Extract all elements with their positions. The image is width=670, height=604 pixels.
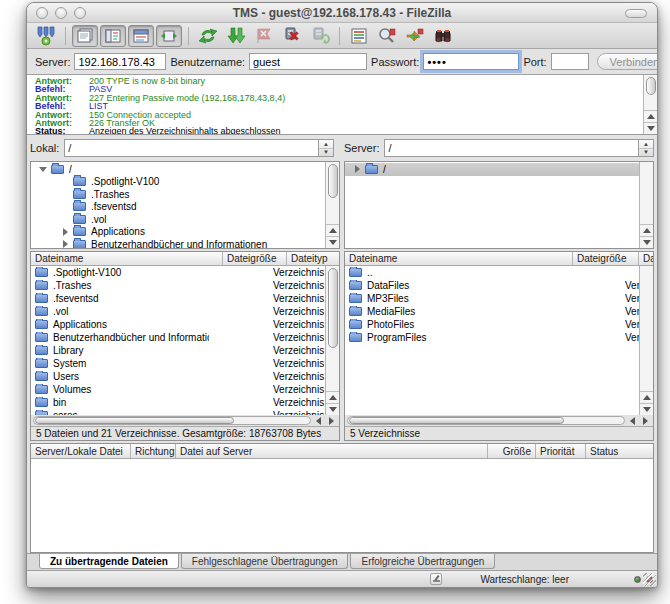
file-type-cell: Verzeichnis xyxy=(273,306,325,317)
toolbar-separator xyxy=(65,27,66,45)
local-list-scrollbar-thumb[interactable] xyxy=(328,268,338,348)
file-row[interactable]: SystemVerzeichnis xyxy=(31,357,325,370)
remote-list-hscrollbar[interactable] xyxy=(345,415,653,426)
local-list-hscrollbar[interactable] xyxy=(31,415,339,426)
file-row[interactable]: ProgramFilesVerzeichnis xyxy=(345,331,639,344)
titlebar[interactable]: TMS - guest@192.168.178.43 - FileZilla xyxy=(27,3,657,23)
speed-limit-icon[interactable] xyxy=(430,573,442,585)
file-row[interactable]: MediaFilesVerzeichnis xyxy=(345,305,639,318)
resize-grip[interactable] xyxy=(643,573,656,586)
port-input[interactable] xyxy=(551,53,589,70)
file-row[interactable]: ApplicationsVerzeichnis xyxy=(31,318,325,331)
reconnect-button[interactable] xyxy=(307,25,333,47)
toggle-remote-tree-button[interactable] xyxy=(128,25,154,47)
log-scrollbar[interactable] xyxy=(643,75,657,134)
file-row[interactable]: VolumesVerzeichnis xyxy=(31,383,325,396)
scroll-up-button[interactable] xyxy=(640,224,653,236)
local-tree-scrollbar-thumb[interactable] xyxy=(328,164,338,198)
file-row[interactable]: Benutzerhandbücher und InformationenVerz… xyxy=(31,331,325,344)
tab-inactive[interactable]: Fehlgeschlagene Übertragungen xyxy=(181,554,349,569)
tab-active[interactable]: Zu übertragende Dateien xyxy=(39,554,179,569)
column-header-filetype[interactable]: Dateityp xyxy=(287,252,339,265)
hscroll-track[interactable] xyxy=(347,416,625,425)
directory-comparison-button[interactable] xyxy=(374,25,400,47)
tree-item[interactable]: / xyxy=(345,163,639,176)
scroll-right-button[interactable] xyxy=(640,416,651,425)
file-row[interactable]: .TrashesVerzeichnis xyxy=(31,279,325,292)
file-search-button[interactable] xyxy=(430,25,456,47)
username-input[interactable] xyxy=(249,53,367,70)
scroll-up-button[interactable] xyxy=(644,110,657,122)
hscroll-thumb[interactable] xyxy=(349,417,564,424)
directory-listing-filter-button[interactable] xyxy=(346,25,372,47)
remote-path-stepper[interactable]: ▲ ▼ xyxy=(638,140,653,156)
scroll-down-button[interactable] xyxy=(640,403,653,415)
file-row[interactable]: PhotoFilesVerzeichnis xyxy=(345,318,639,331)
file-row[interactable]: .volVerzeichnis xyxy=(31,305,325,318)
cancel-operation-button[interactable] xyxy=(251,25,277,47)
toggle-message-log-button[interactable] xyxy=(72,25,98,47)
collapse-arrow-icon[interactable] xyxy=(35,167,51,172)
tree-item[interactable]: Benutzerhandbücher und Informationen xyxy=(31,238,325,248)
synchronized-browsing-button[interactable] xyxy=(402,25,428,47)
file-row[interactable]: .fseventsdVerzeichnis xyxy=(31,292,325,305)
tree-item[interactable]: .Trashes xyxy=(31,188,325,201)
tree-item[interactable]: Applications xyxy=(31,226,325,239)
queue-body[interactable] xyxy=(31,459,653,552)
tab-inactive[interactable]: Erfolgreiche Übertragungen xyxy=(350,554,495,569)
column-header-filename[interactable]: Dateiname xyxy=(31,252,223,265)
local-path-combo[interactable]: / ▲ ▼ xyxy=(64,139,334,157)
hscroll-thumb[interactable] xyxy=(35,417,234,424)
file-row[interactable]: .. xyxy=(345,266,639,279)
scroll-right-button[interactable] xyxy=(326,416,337,425)
tree-item[interactable]: .vol xyxy=(31,213,325,226)
local-tree-scrollbar[interactable] xyxy=(325,162,339,248)
scroll-up-button[interactable] xyxy=(326,391,339,403)
zoom-button[interactable] xyxy=(74,7,86,19)
column-header-filetype[interactable]: Dateityp xyxy=(639,252,653,265)
scroll-down-button[interactable] xyxy=(326,236,339,248)
file-row[interactable]: DataFilesVerzeichnis xyxy=(345,279,639,292)
tree-item[interactable]: / xyxy=(31,163,325,176)
toolbar-toggle-button[interactable] xyxy=(625,9,647,18)
remote-list-scrollbar[interactable] xyxy=(639,266,653,415)
tree-item[interactable]: .fseventsd xyxy=(31,201,325,214)
expand-arrow-icon[interactable] xyxy=(57,240,73,248)
server-input[interactable] xyxy=(74,53,166,70)
column-header-filesize[interactable]: Dateigröße xyxy=(573,252,639,265)
disconnect-button[interactable] xyxy=(279,25,305,47)
file-row[interactable]: MP3FilesVerzeichnis xyxy=(345,292,639,305)
file-row[interactable]: LibraryVerzeichnis xyxy=(31,344,325,357)
local-file-panel: Dateiname Dateigröße Dateityp .Spotlight… xyxy=(30,251,340,441)
close-button[interactable] xyxy=(36,7,48,19)
hscroll-track[interactable] xyxy=(33,416,311,425)
tree-item[interactable]: .Spotlight-V100 xyxy=(31,176,325,189)
scroll-down-button[interactable] xyxy=(640,236,653,248)
local-list-scrollbar[interactable] xyxy=(325,266,339,415)
file-row[interactable]: UsersVerzeichnis xyxy=(31,370,325,383)
toggle-transfer-queue-button[interactable] xyxy=(156,25,182,47)
file-row[interactable]: .Spotlight-V100Verzeichnis xyxy=(31,266,325,279)
remote-path-combo[interactable]: / ▲ ▼ xyxy=(384,139,654,157)
local-path-stepper[interactable]: ▲ ▼ xyxy=(318,140,333,156)
column-header-filesize[interactable]: Dateigröße xyxy=(223,252,287,265)
toggle-local-tree-button[interactable] xyxy=(100,25,126,47)
scroll-left-button[interactable] xyxy=(627,416,638,425)
refresh-button[interactable] xyxy=(195,25,221,47)
process-queue-button[interactable] xyxy=(223,25,249,47)
expand-arrow-icon[interactable] xyxy=(57,228,73,236)
connect-button[interactable]: Verbinden xyxy=(597,53,658,70)
column-header-filename[interactable]: Dateiname xyxy=(345,252,573,265)
scroll-down-button[interactable] xyxy=(644,122,657,134)
scroll-up-button[interactable] xyxy=(326,224,339,236)
password-input[interactable] xyxy=(423,53,519,70)
remote-tree-scrollbar[interactable] xyxy=(639,162,653,248)
scroll-down-button[interactable] xyxy=(326,403,339,415)
scroll-up-button[interactable] xyxy=(640,391,653,403)
file-row[interactable]: binVerzeichnis xyxy=(31,396,325,409)
expand-arrow-icon[interactable] xyxy=(349,165,365,173)
site-manager-button[interactable] xyxy=(33,25,59,47)
log-scrollbar-thumb[interactable] xyxy=(646,77,656,95)
minimize-button[interactable] xyxy=(55,7,67,19)
scroll-left-button[interactable] xyxy=(313,416,324,425)
